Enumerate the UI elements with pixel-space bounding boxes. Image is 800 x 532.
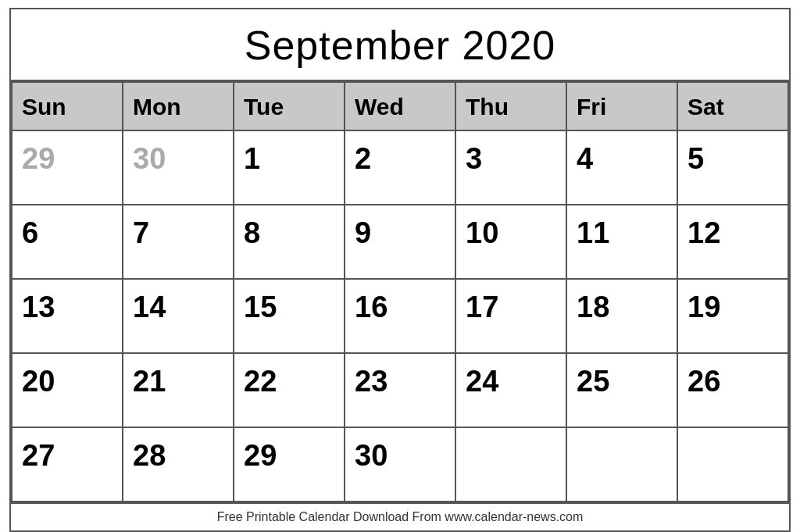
calendar-day[interactable]: 20 bbox=[12, 353, 123, 427]
calendar-day[interactable]: 30 bbox=[345, 427, 455, 502]
calendar: September 2020 SunMonTueWedThuFriSat 293… bbox=[9, 8, 791, 532]
week-row-2: 6789101112 bbox=[12, 205, 788, 279]
calendar-day[interactable]: 17 bbox=[455, 279, 566, 353]
calendar-day[interactable]: 26 bbox=[677, 353, 788, 427]
calendar-day[interactable]: 16 bbox=[345, 279, 455, 353]
calendar-day[interactable]: 18 bbox=[566, 279, 677, 353]
calendar-day[interactable]: 4 bbox=[566, 130, 677, 205]
calendar-day[interactable]: 28 bbox=[123, 427, 234, 502]
calendar-day[interactable]: 29 bbox=[234, 427, 345, 502]
calendar-day[interactable]: 1 bbox=[234, 130, 345, 205]
calendar-day[interactable]: 23 bbox=[345, 353, 455, 427]
weekday-header-wed: Wed bbox=[345, 82, 455, 130]
calendar-grid: SunMonTueWedThuFriSat 293012345678910111… bbox=[11, 81, 789, 502]
calendar-day[interactable]: 8 bbox=[234, 205, 345, 279]
calendar-day[interactable]: 22 bbox=[234, 353, 345, 427]
calendar-day[interactable]: 9 bbox=[345, 205, 455, 279]
calendar-day[interactable]: 11 bbox=[566, 205, 677, 279]
week-row-1: 293012345 bbox=[12, 130, 788, 205]
calendar-day[interactable]: 6 bbox=[12, 205, 123, 279]
week-row-4: 20212223242526 bbox=[12, 353, 788, 427]
calendar-day[interactable]: 21 bbox=[123, 353, 234, 427]
weekday-header-tue: Tue bbox=[234, 82, 345, 130]
calendar-day[interactable] bbox=[677, 427, 788, 502]
calendar-day[interactable]: 10 bbox=[455, 205, 566, 279]
calendar-day[interactable]: 30 bbox=[123, 130, 234, 205]
calendar-day[interactable]: 12 bbox=[677, 205, 788, 279]
calendar-day[interactable]: 2 bbox=[345, 130, 455, 205]
weekday-header-row: SunMonTueWedThuFriSat bbox=[12, 82, 788, 130]
calendar-day[interactable] bbox=[566, 427, 677, 502]
calendar-footer: Free Printable Calendar Download From ww… bbox=[11, 502, 789, 530]
calendar-day[interactable]: 25 bbox=[566, 353, 677, 427]
calendar-day[interactable]: 3 bbox=[455, 130, 566, 205]
calendar-day[interactable]: 7 bbox=[123, 205, 234, 279]
calendar-day[interactable] bbox=[455, 427, 566, 502]
calendar-day[interactable]: 27 bbox=[12, 427, 123, 502]
weekday-header-mon: Mon bbox=[123, 82, 234, 130]
calendar-day[interactable]: 15 bbox=[234, 279, 345, 353]
weekday-header-thu: Thu bbox=[455, 82, 566, 130]
calendar-day[interactable]: 14 bbox=[123, 279, 234, 353]
calendar-day[interactable]: 13 bbox=[12, 279, 123, 353]
calendar-day[interactable]: 29 bbox=[12, 130, 123, 205]
calendar-title: September 2020 bbox=[11, 9, 789, 81]
weekday-header-sat: Sat bbox=[677, 82, 788, 130]
calendar-day[interactable]: 19 bbox=[677, 279, 788, 353]
calendar-day[interactable]: 24 bbox=[455, 353, 566, 427]
week-row-5: 27282930 bbox=[12, 427, 788, 502]
weekday-header-sun: Sun bbox=[12, 82, 123, 130]
week-row-3: 13141516171819 bbox=[12, 279, 788, 353]
calendar-day[interactable]: 5 bbox=[677, 130, 788, 205]
weekday-header-fri: Fri bbox=[566, 82, 677, 130]
